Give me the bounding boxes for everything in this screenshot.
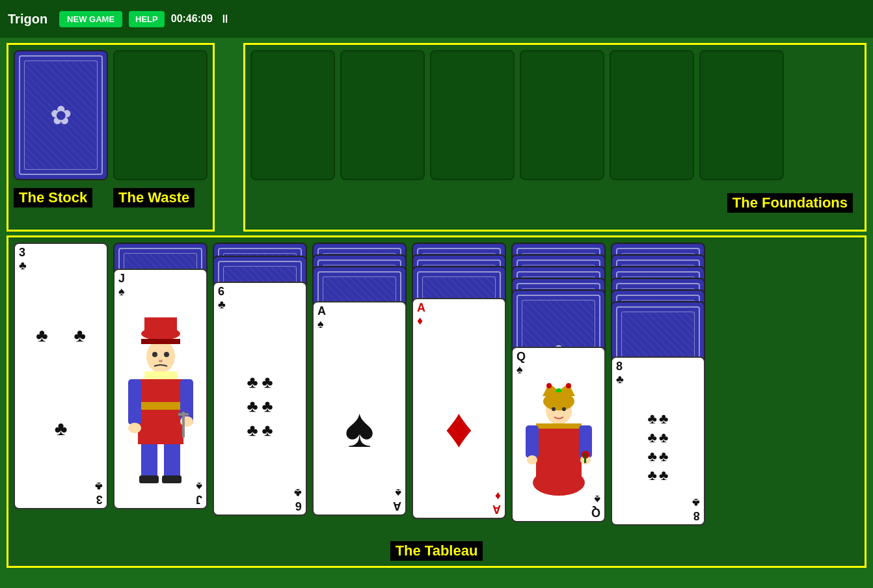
pip: ♣	[659, 467, 668, 484]
tableau-columns: 3♣ ♣ ♣ ♣ 3♣	[14, 243, 859, 532]
pip-row-mid: ♣	[55, 418, 68, 440]
help-button[interactable]: HELP	[129, 11, 165, 27]
queen-figure	[523, 377, 595, 507]
pip: ♣	[648, 448, 657, 465]
tableau-section: 3♣ ♣ ♣ ♣ 3♣	[7, 235, 866, 568]
waste-slot	[113, 50, 208, 180]
card-eight-clubs[interactable]: 8♣ ♣ ♣ ♣ ♣ ♣ ♣ ♣ ♣ 8♣	[611, 356, 705, 526]
stock-waste-area: ✿ The Stock The Waste	[7, 43, 215, 232]
pip-3: ♣	[55, 418, 68, 440]
timer-display: 00:46:09	[171, 13, 213, 25]
stock-label: The Stock	[14, 188, 92, 207]
pip-row-top: ♣ ♣	[36, 325, 86, 346]
svg-rect-12	[141, 444, 157, 480]
stock-card[interactable]: ✿	[14, 50, 108, 180]
pip: ♣	[648, 410, 657, 427]
foundation-slot-1[interactable]	[250, 50, 335, 180]
ace-dia-rank-br: A♦	[492, 489, 501, 515]
svg-point-10	[128, 423, 141, 433]
svg-point-18	[159, 360, 163, 362]
svg-rect-39	[584, 453, 586, 463]
foundation-slots-row	[250, 50, 859, 180]
svg-rect-15	[162, 475, 181, 483]
jack-figure	[125, 314, 196, 483]
pip-2: ♣	[74, 325, 86, 346]
card-rank-br: 3♣	[95, 479, 103, 505]
tableau-label-container: The Tableau	[14, 537, 859, 561]
svg-rect-20	[178, 413, 189, 416]
jack-rank-br: J♠	[196, 479, 202, 505]
pause-button[interactable]: ⏸	[219, 12, 231, 26]
card-queen-spades[interactable]: Q♠	[511, 347, 606, 522]
pip: ♣	[648, 467, 657, 484]
ace-dia-center-suit: ♦	[445, 396, 473, 460]
spacer	[220, 43, 233, 232]
queen-rank-tl: Q♠	[517, 351, 526, 377]
foundation-slot-3[interactable]	[430, 50, 515, 180]
stock-column: ✿ The Stock	[14, 50, 108, 224]
six-rank-br: 6♣	[294, 486, 302, 512]
game-area: ✿ The Stock The Waste	[0, 38, 873, 573]
svg-rect-13	[164, 444, 180, 480]
eight-rank-br: 8♣	[692, 496, 700, 522]
card-ace-diamonds[interactable]: A♦ ♦ A♦	[412, 298, 506, 519]
tableau-col-7: ✿ ✿ ✿ ✿ ✿ ✿ 8♣	[611, 243, 705, 532]
svg-point-16	[152, 352, 157, 357]
queen-rank-br: Q♠	[591, 492, 600, 518]
card-ace-spades[interactable]: A♠ ♠ A♠	[312, 301, 407, 516]
svg-point-3	[146, 340, 175, 373]
svg-rect-4	[141, 339, 180, 344]
svg-rect-2	[144, 317, 177, 337]
tableau-col-5: ✿ ✿ ✿ A♦ ♦ A♦	[412, 243, 506, 522]
card-three-clubs[interactable]: 3♣ ♣ ♣ ♣ 3♣	[14, 243, 108, 509]
svg-point-23	[546, 383, 552, 388]
svg-rect-33	[526, 425, 539, 458]
card-jack-spades[interactable]: J♠	[113, 269, 208, 509]
six-pips: ♣ ♣ ♣ ♣ ♣ ♣	[235, 360, 284, 452]
tableau-col-6: ✿ ✿ ✿ ✿ ✿ Q♠	[511, 243, 606, 529]
foundations-label: The Foundations	[727, 193, 853, 213]
svg-rect-31	[536, 423, 582, 429]
pip: ♣	[262, 372, 273, 392]
jack-rank-tl: J♠	[118, 273, 125, 299]
card-back-ornament: ✿	[42, 96, 81, 135]
ace-center-suit: ♠	[345, 396, 374, 460]
six-rank-tl: 6♣	[218, 286, 226, 312]
ace-dia-rank-tl: A♦	[417, 302, 425, 328]
pip: ♣	[247, 372, 258, 392]
svg-point-37	[533, 470, 585, 496]
svg-point-27	[543, 392, 574, 410]
svg-rect-7	[138, 402, 183, 410]
pip: ♣	[262, 420, 273, 440]
pip: ♣	[659, 448, 668, 465]
svg-rect-14	[139, 475, 159, 483]
pip-1: ♣	[36, 325, 47, 346]
pip: ♣	[659, 410, 668, 427]
card-rank-tl: 3♣	[19, 247, 27, 273]
tableau-col-3: ✿ ✿ 6♣ ♣ ♣ ♣ ♣ ♣ ♣ 6♣	[213, 243, 307, 522]
pip: ♣	[659, 429, 668, 446]
foundation-slot-4[interactable]	[520, 50, 604, 180]
eight-pips: ♣ ♣ ♣ ♣ ♣ ♣ ♣ ♣	[639, 401, 678, 493]
waste-label: The Waste	[113, 188, 195, 207]
pip: ♣	[262, 396, 273, 416]
card-six-clubs[interactable]: 6♣ ♣ ♣ ♣ ♣ ♣ ♣ 6♣	[213, 282, 307, 516]
ace-rank-tl: A♠	[317, 305, 326, 331]
svg-point-29	[562, 407, 566, 411]
waste-column: The Waste	[113, 50, 208, 224]
svg-rect-8	[128, 379, 141, 425]
eight-rank-tl: 8♣	[616, 360, 624, 386]
pip: ♣	[648, 429, 657, 446]
pip: ♣	[247, 420, 258, 440]
svg-point-25	[566, 383, 571, 388]
top-section: ✿ The Stock The Waste	[7, 43, 866, 232]
header: Trigon NEW GAME HELP 00:46:09 ⏸	[0, 0, 873, 38]
tableau-label: The Tableau	[390, 541, 483, 561]
new-game-button[interactable]: NEW GAME	[59, 11, 122, 27]
svg-rect-6	[138, 379, 183, 444]
foundation-slot-2[interactable]	[340, 50, 425, 180]
foundation-slot-6[interactable]	[699, 50, 784, 180]
tableau-col-4: ✿ ✿ ✿ A♠ ♠ A♠	[312, 243, 407, 522]
game-title: Trigon	[8, 12, 47, 27]
foundation-slot-5[interactable]	[610, 50, 694, 180]
